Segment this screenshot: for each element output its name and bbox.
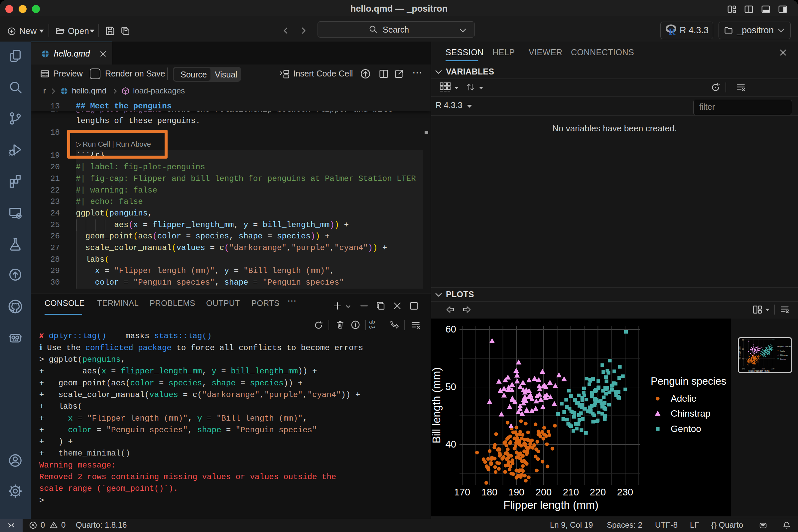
svg-text:200: 200 bbox=[536, 487, 552, 497]
svg-text:Adelie: Adelie bbox=[671, 393, 697, 404]
svg-text:Gentoo: Gentoo bbox=[780, 358, 786, 360]
svg-text:Chinstrap: Chinstrap bbox=[671, 408, 710, 419]
svg-text:190: 190 bbox=[752, 368, 755, 370]
svg-text:230: 230 bbox=[617, 487, 633, 497]
svg-text:Penguin species: Penguin species bbox=[777, 345, 791, 347]
svg-text:210: 210 bbox=[761, 368, 764, 370]
svg-text:Gentoo: Gentoo bbox=[671, 424, 701, 434]
svg-text:Flipper length (mm): Flipper length (mm) bbox=[504, 499, 598, 511]
svg-text:50: 50 bbox=[445, 381, 456, 392]
svg-text:Bill length (mm): Bill length (mm) bbox=[431, 367, 442, 443]
svg-text:R: R bbox=[669, 26, 676, 36]
svg-text:Penguin species: Penguin species bbox=[651, 375, 726, 387]
svg-text:50: 50 bbox=[742, 348, 744, 350]
svg-text:210: 210 bbox=[563, 487, 579, 497]
svg-text:40: 40 bbox=[742, 358, 744, 360]
svg-text:40: 40 bbox=[445, 439, 456, 450]
svg-text:Chinstrap: Chinstrap bbox=[780, 354, 788, 356]
svg-text:Adelie: Adelie bbox=[780, 350, 785, 352]
svg-text:Flipper length (mm): Flipper length (mm) bbox=[748, 369, 770, 373]
svg-text:220: 220 bbox=[590, 487, 606, 497]
svg-text:60: 60 bbox=[445, 324, 456, 335]
svg-text:170: 170 bbox=[454, 487, 470, 497]
svg-text:230: 230 bbox=[772, 368, 774, 370]
svg-text:60: 60 bbox=[742, 339, 744, 341]
svg-text:170: 170 bbox=[742, 368, 745, 370]
svg-text:180: 180 bbox=[481, 487, 497, 497]
svg-text:190: 190 bbox=[508, 487, 524, 497]
svg-text:Bill length (mm): Bill length (mm) bbox=[739, 345, 741, 359]
